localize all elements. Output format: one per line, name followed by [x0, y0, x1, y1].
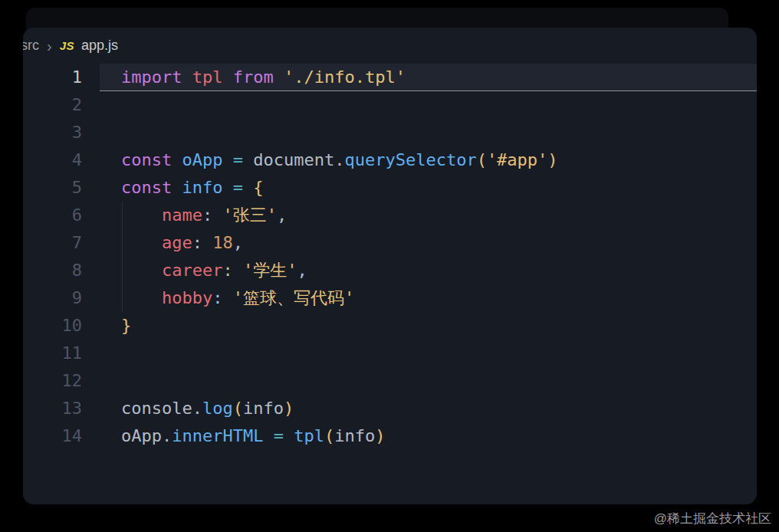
code-line[interactable]: 13console.log(info)	[23, 395, 757, 422]
code-token: :	[192, 233, 213, 252]
code-token: oApp	[121, 426, 162, 445]
code-token: ,	[233, 233, 243, 252]
line-number[interactable]: 5	[23, 174, 100, 202]
code-token	[121, 205, 162, 225]
code-line[interactable]: 9 hobby: '篮球、写代码'	[23, 284, 757, 312]
code-line[interactable]: 10}	[23, 312, 757, 340]
code-token: :	[222, 261, 243, 280]
code-text[interactable]: name: '张三',	[100, 202, 757, 229]
code-text[interactable]: }	[100, 312, 757, 340]
line-number[interactable]: 13	[23, 395, 100, 422]
code-line[interactable]: 12	[23, 367, 757, 395]
code-text[interactable]: const info = {	[100, 174, 757, 202]
code-line[interactable]: 1import tpl from './info.tpl'	[23, 64, 757, 91]
javascript-file-icon: JS	[60, 39, 74, 52]
code-token: info	[334, 426, 375, 445]
code-line[interactable]: 8 career: '学生',	[23, 257, 757, 284]
chevron-right-icon: ›	[47, 38, 52, 54]
indent-guide	[122, 284, 123, 312]
code-token: {	[253, 178, 263, 197]
code-line[interactable]: 4const oApp = document.querySelector('#a…	[23, 146, 757, 174]
code-token: ,	[277, 205, 287, 225]
code-token: :	[212, 288, 233, 307]
code-text[interactable]: hobby: '篮球、写代码'	[100, 284, 757, 312]
code-line[interactable]: 14oApp.innerHTML = tpl(info)	[23, 422, 757, 450]
indent-guide	[122, 202, 123, 229]
code-token: 18	[212, 233, 233, 252]
code-token: '#app'	[487, 150, 547, 169]
breadcrumb: src › JS app.js	[23, 28, 757, 64]
watermark: @稀土掘金技术社区	[654, 510, 771, 527]
code-token	[121, 233, 162, 252]
code-text[interactable]: oApp.innerHTML = tpl(info)	[100, 422, 757, 450]
line-number[interactable]: 3	[23, 119, 100, 146]
indent-guide	[122, 257, 123, 284]
code-token: (	[477, 150, 487, 169]
code-line[interactable]: 6 name: '张三',	[23, 202, 757, 229]
code-text[interactable]: const oApp = document.querySelector('#ap…	[100, 146, 757, 174]
code-token: const	[121, 150, 172, 169]
code-token: .	[162, 426, 172, 445]
code-token	[222, 150, 232, 169]
code-text[interactable]	[100, 119, 757, 146]
code-token: name	[162, 205, 202, 225]
code-text[interactable]: age: 18,	[100, 229, 757, 257]
code-token	[172, 178, 182, 197]
code-text[interactable]	[100, 91, 757, 119]
code-lines: 1import tpl from './info.tpl'234const oA…	[23, 64, 757, 450]
code-token	[172, 150, 182, 169]
line-number[interactable]: 8	[23, 257, 100, 284]
code-token: career	[162, 261, 222, 280]
code-token: .	[192, 399, 202, 418]
line-number[interactable]: 11	[23, 340, 100, 367]
code-text[interactable]: console.log(info)	[100, 395, 757, 422]
code-token: )	[284, 399, 294, 418]
code-token	[222, 178, 232, 197]
code-token: =	[233, 178, 243, 197]
code-token: innerHTML	[172, 426, 263, 445]
code-token: tpl	[192, 67, 223, 87]
code-token: )	[375, 426, 385, 445]
code-line[interactable]: 3	[23, 119, 757, 146]
code-line[interactable]: 2	[23, 91, 757, 119]
code-token	[243, 178, 253, 197]
code-token: log	[202, 399, 233, 418]
line-number[interactable]: 2	[23, 91, 100, 119]
code-token: tpl	[294, 426, 324, 445]
line-number[interactable]: 7	[23, 229, 100, 257]
code-token: './info.tpl'	[284, 67, 406, 87]
code-token: (	[324, 426, 334, 445]
code-token: }	[121, 316, 131, 335]
code-text[interactable]	[100, 367, 757, 395]
breadcrumb-file[interactable]: app.js	[81, 38, 118, 54]
code-line[interactable]: 5const info = {	[23, 174, 757, 202]
code-text[interactable]	[100, 340, 757, 367]
code-token: =	[274, 426, 284, 445]
breadcrumb-folder[interactable]: src	[23, 38, 39, 54]
code-token: querySelector	[344, 150, 476, 169]
line-number[interactable]: 4	[23, 146, 100, 174]
line-number[interactable]: 1	[23, 64, 100, 91]
line-number[interactable]: 10	[23, 312, 100, 340]
editor-window: src › JS app.js 1import tpl from './info…	[23, 28, 757, 504]
line-number[interactable]: 9	[23, 284, 100, 312]
code-text[interactable]: career: '学生',	[100, 257, 757, 284]
code-token: document	[253, 150, 334, 169]
code-token: oApp	[182, 150, 222, 169]
code-token: import	[121, 67, 182, 87]
code-token	[284, 426, 294, 445]
code-line[interactable]: 11	[23, 340, 757, 367]
code-token: from	[233, 67, 274, 87]
code-token: '篮球、写代码'	[233, 288, 355, 307]
page-background: { "window": { "breadcrumb": { "folder": …	[0, 0, 779, 532]
code-text[interactable]: import tpl from './info.tpl'	[100, 64, 757, 91]
code-token: info	[182, 178, 222, 197]
code-token: console	[121, 399, 192, 418]
line-number[interactable]: 12	[23, 367, 100, 395]
code-token	[243, 150, 253, 169]
code-token: (	[233, 399, 243, 418]
line-number[interactable]: 6	[23, 202, 100, 229]
code-line[interactable]: 7 age: 18,	[23, 229, 757, 257]
line-number[interactable]: 14	[23, 422, 100, 450]
code-token: )	[547, 150, 557, 169]
